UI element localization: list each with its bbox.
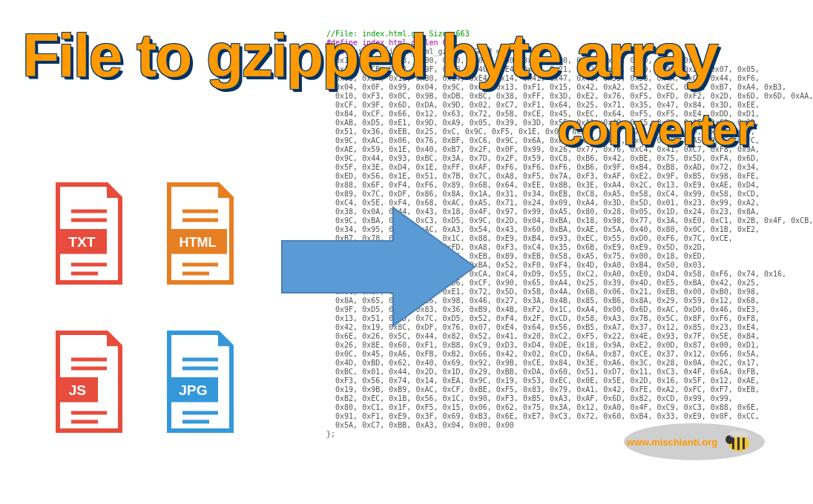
jpg-file-icon: JPG — [156, 326, 245, 437]
svg-text:JPG: JPG — [179, 382, 207, 398]
file-icons-group: TXT HTML JS JPG — [45, 178, 282, 460]
svg-text:JS: JS — [69, 382, 87, 398]
txt-file-icon: TXT — [45, 178, 134, 289]
code-close: }; — [326, 430, 335, 438]
subtitle: converter — [558, 104, 754, 155]
html-file-icon: HTML — [156, 178, 245, 289]
svg-text:www.mischianti.org: www.mischianti.org — [626, 437, 717, 448]
svg-text:TXT: TXT — [68, 234, 96, 250]
js-file-icon: JS — [45, 326, 134, 437]
svg-rect-29 — [743, 437, 745, 449]
svg-text:HTML: HTML — [179, 235, 216, 250]
main-title: File to gzipped byte array — [22, 21, 717, 90]
watermark: www.mischianti.org — [620, 420, 768, 467]
arrow-icon — [274, 200, 482, 336]
svg-point-32 — [737, 431, 748, 438]
svg-rect-28 — [737, 437, 740, 450]
